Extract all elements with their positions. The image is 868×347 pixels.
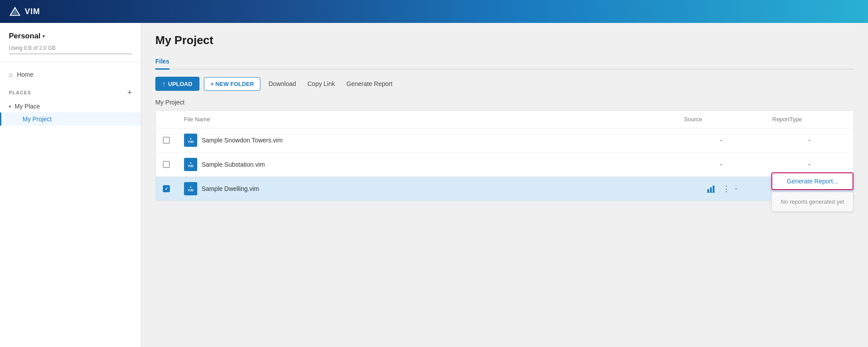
row-1-source: - [677,128,765,153]
chart-icon[interactable] [705,183,718,195]
workspace-chevron: ▾ [42,34,45,39]
file-table: File Name Source ReportType [156,111,853,201]
th-source: Source [677,111,765,128]
more-options-icon[interactable]: ⋮ [721,183,732,194]
row-1-file-name-cell: ▼ VIM Sample Snowdon Towers.vim [177,128,677,153]
row-1-file-name: Sample Snowdon Towers.vim [202,137,282,144]
th-file-name: File Name [177,111,677,128]
file-table-wrapper: File Name Source ReportType [155,110,854,201]
tabs-bar: Files [155,54,854,70]
row-1-checkbox[interactable] [163,137,170,144]
places-label: PLACES [9,90,31,95]
upload-button[interactable]: ↑ UPLOAD [155,77,199,91]
toolbar: ↑ UPLOAD + NEW FOLDER Download Copy Link… [155,70,854,97]
storage-bar-bg [9,53,132,55]
sidebar-item-my-project[interactable]: My Project [0,112,141,126]
popup-container: Generate Report... No reports generated … [771,172,853,212]
no-reports-text: No reports generated yet [781,198,844,205]
row-3-file-name-cell: ▼ VIM Sample Dwelling.vim [177,177,677,201]
my-place-label: My Place [15,103,40,110]
row-2-source: - [677,153,765,177]
generate-report-dropdown: Generate Report... [771,172,853,190]
sidebar-home-label: Home [17,71,33,78]
vim-file-icon-1: ▼ VIM [184,134,197,147]
row-1-checkbox-cell [156,128,177,153]
copy-link-button[interactable]: Copy Link [304,78,338,90]
svg-rect-5 [713,186,714,192]
sidebar-item-my-place[interactable]: ▾ My Place [0,100,141,112]
table-header-row: File Name Source ReportType [156,111,853,128]
vim-file-icon-3: ▼ VIM [184,182,197,195]
sidebar: Personal ▾ Using 0 B of 2.0 GB ⌂ Home PL… [0,23,141,347]
workspace-title: Personal ▾ [9,32,45,41]
row-1-report-type: - [765,128,853,153]
row-3-source-value: - [735,185,737,192]
generate-report-popup-button[interactable]: Generate Report... [772,173,853,189]
new-folder-button[interactable]: + NEW FOLDER [204,77,261,91]
workspace-header[interactable]: Personal ▾ [0,32,141,42]
chevron-down-icon: ▾ [9,104,11,109]
generate-report-toolbar-button[interactable]: Generate Report [343,78,396,90]
table-row: ▼ VIM Sample Snowdon Towers.vim - - [156,128,853,153]
th-report-type: ReportType [765,111,853,128]
vim-logo-icon [9,5,21,18]
sidebar-item-home[interactable]: ⌂ Home [0,67,141,82]
row-3-checkbox[interactable] [163,185,170,192]
upload-icon: ↑ [162,80,165,87]
storage-text: Using 0 B of 2.0 GB [9,45,132,51]
breadcrumb: My Project [155,97,854,110]
content-area: My Project Files ↑ UPLOAD + NEW FOLDER D… [141,23,868,347]
row-3-file-name: Sample Dwelling.vim [202,185,259,192]
svg-rect-4 [710,187,712,192]
row-2-checkbox-cell [156,153,177,177]
logo-text: VIM [25,7,40,16]
row-2-file-name-cell: ▼ VIM Sample Substation.vim [177,153,677,177]
row-2-checkbox[interactable] [163,161,170,168]
sidebar-divider-1 [0,62,141,62]
storage-info: Using 0 B of 2.0 GB [0,42,141,62]
table-row-selected: ▼ VIM Sample Dwelling.vim [156,177,853,201]
places-add-button[interactable]: + [127,89,132,97]
table-row: ▼ VIM Sample Substation.vim - - [156,153,853,177]
tab-files[interactable]: Files [155,54,169,70]
row-3-checkbox-cell [156,177,177,201]
th-checkbox [156,111,177,128]
logo-area: VIM [9,5,40,18]
download-button[interactable]: Download [265,78,299,90]
no-reports-panel: No reports generated yet [771,192,853,212]
top-header: VIM [0,0,868,23]
places-section-header: PLACES + [0,82,141,100]
page-title: My Project [155,34,854,47]
row-3-source: ⋮ - [677,177,765,201]
vim-file-icon-2: ▼ VIM [184,158,197,171]
my-project-label: My Project [23,116,52,123]
home-icon: ⌂ [9,71,12,78]
svg-rect-3 [707,189,709,192]
row-2-file-name: Sample Substation.vim [202,161,265,168]
